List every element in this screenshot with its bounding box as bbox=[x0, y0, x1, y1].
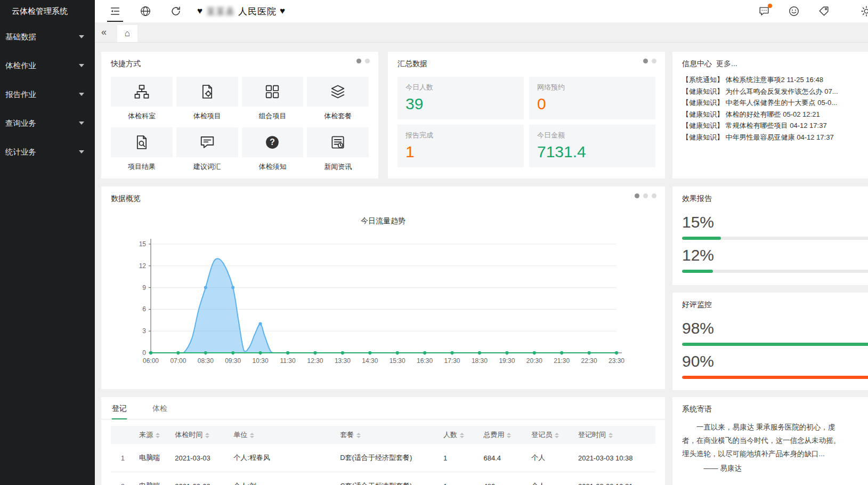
sidebar-menu: 基础数据体检作业报告作业查询业务统计业务 bbox=[0, 22, 95, 166]
tab-home[interactable]: ⌂ bbox=[117, 25, 137, 42]
news-item[interactable]: 【健康知识】 中老年人保健养生的十大要点 05-0... bbox=[682, 97, 868, 109]
quick-action-label: 体检套餐 bbox=[307, 107, 369, 127]
message-bubble-icon[interactable] bbox=[758, 5, 770, 18]
quick-action-label: 新闻资讯 bbox=[307, 157, 369, 178]
chevron-down-icon bbox=[79, 93, 84, 96]
notification-badge bbox=[768, 4, 772, 8]
table-cell: D套(适合于经济型套餐) bbox=[336, 444, 439, 472]
stat-box-1: 网络预约0 bbox=[529, 77, 655, 119]
carousel-dots bbox=[635, 193, 656, 198]
carousel-dot[interactable] bbox=[652, 59, 656, 63]
stat-value: 7131.4 bbox=[537, 143, 647, 161]
tag-icon[interactable] bbox=[817, 5, 830, 18]
column-header-1[interactable]: 来源 bbox=[135, 426, 171, 444]
stat-value: 0 bbox=[537, 95, 647, 113]
quick-action-3[interactable]: 体检套餐 bbox=[307, 77, 369, 127]
tab-1[interactable]: 体检 bbox=[152, 397, 167, 419]
more-link[interactable]: 更多... bbox=[716, 59, 737, 68]
column-header-3[interactable]: 单位 bbox=[229, 426, 336, 444]
stat-label: 报告完成 bbox=[405, 131, 516, 140]
carousel-dot[interactable] bbox=[635, 193, 639, 198]
svg-text:09:30: 09:30 bbox=[225, 357, 241, 365]
globe-icon[interactable] bbox=[139, 5, 152, 18]
card-title-message: 系统寄语 bbox=[672, 397, 868, 414]
column-header-5[interactable]: 人数 bbox=[439, 426, 479, 444]
svg-text:10:30: 10:30 bbox=[253, 357, 269, 365]
news-item[interactable]: 【健康知识】 体检的好处有哪些 05-02 12:21 bbox=[682, 109, 868, 120]
quick-action-label: 项目结果 bbox=[111, 157, 173, 178]
system-message-body: 一直以来，易康达 秉承服务医院的初心，虔 者，在商业横飞的当今时代，这一信念从未… bbox=[672, 414, 868, 475]
table-cell: 电脑端 bbox=[135, 472, 171, 485]
sidebar-item-label: 报告作业 bbox=[5, 90, 36, 100]
metric-value: 90% bbox=[682, 352, 868, 370]
svg-text:3: 3 bbox=[142, 327, 146, 335]
sidebar-item-1[interactable]: 体检作业 bbox=[0, 51, 95, 80]
stat-box-0: 今日人数39 bbox=[398, 77, 524, 119]
svg-text:08:30: 08:30 bbox=[198, 357, 214, 365]
news-item[interactable]: 【健康知识】 中年男性最容易亚健康 04-12 17:37 bbox=[682, 132, 868, 143]
quick-actions-grid: 体检科室体检项目组合项目体检套餐项目结果建议词汇?体检须知新闻资讯 bbox=[111, 77, 369, 178]
news-item[interactable]: 【系统通知】 体检系统注意事项2 11-25 16:48 bbox=[682, 74, 868, 86]
sidebar-item-label: 体检作业 bbox=[5, 61, 36, 71]
card-effect-report: 效果报告 15%12% bbox=[672, 187, 868, 285]
doc-gear-icon bbox=[176, 77, 238, 107]
quick-action-2[interactable]: 组合项目 bbox=[242, 77, 304, 127]
sidebar-item-label: 统计业务 bbox=[5, 147, 36, 157]
table-row[interactable]: 1电脑端2021-03-03个人:程春风D套(适合于经济型套餐)1684.4个人… bbox=[111, 444, 655, 472]
svg-text:15:30: 15:30 bbox=[390, 357, 405, 365]
quick-action-1[interactable]: 体检项目 bbox=[176, 77, 238, 127]
quick-action-7[interactable]: 新闻资讯 bbox=[307, 127, 369, 178]
sidebar-item-0[interactable]: 基础数据 bbox=[0, 22, 95, 51]
svg-text:13:30: 13:30 bbox=[335, 357, 351, 365]
quick-action-5[interactable]: 建议词汇 bbox=[176, 127, 238, 178]
doc-search-icon bbox=[111, 127, 173, 157]
metric-value: 12% bbox=[682, 246, 868, 264]
news-item[interactable]: 【健康知识】 为什么耳鸣会反复发作该怎么办 07... bbox=[682, 86, 868, 98]
quick-action-label: 组合项目 bbox=[242, 107, 304, 127]
progress-bar bbox=[682, 343, 868, 346]
table-cell: 684.4 bbox=[479, 444, 527, 472]
column-header-2[interactable]: 体检时间 bbox=[171, 426, 229, 444]
quick-action-0[interactable]: 体检科室 bbox=[111, 77, 173, 127]
chevron-down-icon bbox=[79, 122, 84, 125]
column-header-7[interactable]: 登记员 bbox=[527, 426, 574, 444]
collapse-tabs-icon[interactable]: « bbox=[101, 27, 107, 38]
quick-action-label: 体检项目 bbox=[176, 107, 238, 127]
menu-fold-icon[interactable] bbox=[109, 5, 121, 18]
header-right-icons bbox=[758, 5, 868, 18]
home-icon: ⌂ bbox=[125, 28, 130, 39]
sidebar-item-4[interactable]: 统计业务 bbox=[0, 138, 95, 166]
table-cell: 个人 bbox=[527, 444, 574, 472]
quick-action-label: 建议词汇 bbox=[176, 157, 238, 178]
face-icon[interactable] bbox=[788, 5, 800, 18]
carousel-dot[interactable] bbox=[356, 59, 361, 63]
svg-text:23:30: 23:30 bbox=[609, 357, 624, 365]
quick-action-6[interactable]: ?体检须知 bbox=[242, 127, 304, 178]
metric: 15% bbox=[682, 213, 868, 240]
stat-label: 网络预约 bbox=[537, 83, 647, 92]
carousel-dot[interactable] bbox=[643, 193, 648, 198]
carousel-dot[interactable] bbox=[643, 59, 648, 63]
column-header-8[interactable]: 登记时间 bbox=[574, 426, 655, 444]
sidebar-item-2[interactable]: 报告作业 bbox=[0, 80, 95, 109]
table-row[interactable]: 2电脑端2021-03-03个人:刘一C套(适合于标准型套餐)1489个人202… bbox=[111, 472, 655, 485]
quick-action-4[interactable]: 项目结果 bbox=[111, 127, 173, 178]
card-praise-monitor: 好评监控 98%90% bbox=[672, 293, 868, 390]
org-icon bbox=[111, 77, 173, 107]
column-header-6[interactable]: 总费用 bbox=[479, 426, 527, 444]
svg-text:17:30: 17:30 bbox=[444, 357, 460, 365]
carousel-dot[interactable] bbox=[365, 59, 370, 63]
gear-icon[interactable] bbox=[860, 5, 868, 18]
sidebar-item-3[interactable]: 查询业务 bbox=[0, 109, 95, 138]
progress-bar bbox=[682, 376, 868, 379]
card-system-message: 系统寄语 一直以来，易康达 秉承服务医院的初心，虔 者，在商业横飞的当今时代，这… bbox=[672, 397, 868, 485]
column-header-4[interactable]: 套餐 bbox=[336, 426, 439, 444]
refresh-icon[interactable] bbox=[169, 5, 182, 18]
message-line: 一直以来，易康达 秉承服务医院的初心，虔 bbox=[682, 421, 868, 434]
carousel-dot[interactable] bbox=[652, 193, 656, 198]
tab-bar: « ⌂ bbox=[95, 22, 868, 43]
news-item[interactable]: 【健康知识】 常规体检有哪些项目 04-12 17:37 bbox=[682, 120, 868, 132]
summary-stats-grid: 今日人数39网络预约0报告完成1今日金额7131.4 bbox=[398, 77, 655, 167]
tab-0[interactable]: 登记 bbox=[112, 397, 127, 419]
card-info-center: 信息中心更多... 【系统通知】 体检系统注意事项2 11-25 16:48【健… bbox=[672, 52, 868, 179]
